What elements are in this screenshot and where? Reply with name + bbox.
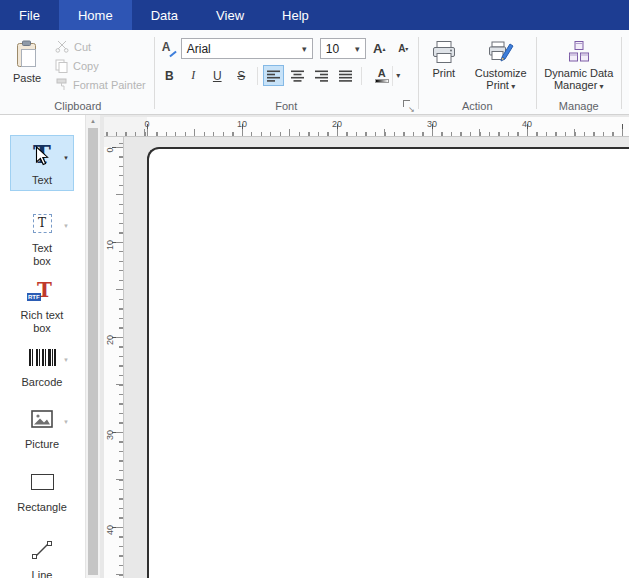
toolbox-scrollbar[interactable]: [85, 115, 100, 578]
action-group: Print Customize Print Action: [419, 32, 536, 114]
tool-label: Picture: [11, 438, 73, 451]
tool-barcode[interactable]: Barcode: [10, 337, 74, 393]
barcode-tool-icon: [29, 349, 56, 366]
tool-text-box[interactable]: Text box: [10, 203, 74, 272]
strikethrough-button[interactable]: S: [231, 65, 252, 86]
format-painter-label: Format Painter: [73, 79, 146, 91]
text-box-tool-icon: [33, 214, 52, 233]
align-center-icon: [291, 70, 304, 82]
align-left-button[interactable]: [263, 65, 284, 86]
chevron-down-icon[interactable]: [63, 414, 69, 426]
print-label: Print: [432, 67, 455, 79]
menubar: File Home Data View Help: [0, 0, 629, 30]
chevron-down-icon[interactable]: [63, 150, 69, 162]
horizontal-ruler: 0 10 20 30 40: [104, 117, 629, 137]
scrollbar-thumb[interactable]: [88, 128, 98, 575]
tab-home[interactable]: Home: [59, 0, 132, 30]
clipboard-group-label: Clipboard: [2, 100, 154, 112]
tab-view[interactable]: View: [197, 0, 263, 30]
shrink-font-button[interactable]: [393, 38, 414, 59]
ruler-number: 30: [421, 119, 443, 129]
font-effects-button[interactable]: [159, 39, 178, 58]
paste-button[interactable]: Paste: [6, 35, 48, 94]
chevron-down-icon[interactable]: [392, 66, 404, 86]
tool-text[interactable]: Text: [10, 135, 74, 191]
align-center-button[interactable]: [287, 65, 308, 86]
font-color-letter: A: [378, 68, 386, 79]
ruler-number: 20: [105, 330, 119, 350]
toolbox-panel: Text Text box Rich text box: [0, 115, 100, 578]
tool-rich-text-box[interactable]: Rich text box: [10, 270, 74, 339]
tab-file[interactable]: File: [0, 0, 59, 30]
italic-button[interactable]: I: [183, 65, 204, 86]
font-size-value: 10: [326, 42, 339, 56]
grow-font-button[interactable]: [369, 38, 390, 59]
mini-separator: [361, 67, 362, 85]
tab-data[interactable]: Data: [132, 0, 197, 30]
tool-label: Text: [11, 174, 73, 187]
format-painter-button[interactable]: Format Painter: [51, 75, 150, 94]
ruler-ticks: [104, 137, 123, 578]
align-left-icon: [267, 70, 280, 82]
design-canvas[interactable]: [147, 147, 629, 578]
clipboard-group: Paste Cut Cop: [2, 32, 154, 114]
tool-label: Rich text: [11, 309, 73, 322]
tool-picture[interactable]: Picture: [10, 399, 74, 455]
workspace: 0 10 20 30 40 0 10 20 30 40: [100, 115, 629, 578]
ruler-number: 30: [105, 425, 119, 445]
bold-button[interactable]: B: [159, 65, 180, 86]
chevron-down-icon: [297, 39, 312, 58]
font-dialog-launcher[interactable]: [403, 100, 414, 111]
printer-icon: [431, 40, 457, 64]
print-button[interactable]: Print: [423, 35, 465, 82]
data-cubes-icon: [566, 40, 592, 64]
manage-group: Dynamic Data Manager Manage: [537, 32, 621, 114]
customize-print-button[interactable]: Customize Print: [470, 35, 532, 96]
font-size-combobox[interactable]: 10: [320, 38, 366, 59]
picture-tool-icon: [31, 410, 53, 428]
font-color-button[interactable]: A: [371, 65, 405, 87]
tab-help[interactable]: Help: [263, 0, 328, 30]
scrollbar-up-icon[interactable]: [86, 115, 100, 127]
manage-group-label: Manage: [537, 100, 621, 112]
dynamic-data-manager-label: Dynamic Data Manager: [544, 67, 614, 93]
chevron-down-icon: [350, 39, 365, 58]
copy-button[interactable]: Copy: [51, 56, 150, 75]
font-color-bar: [375, 79, 389, 83]
cut-button[interactable]: Cut: [51, 37, 150, 56]
align-justify-button[interactable]: [335, 65, 356, 86]
align-justify-icon: [339, 70, 352, 82]
ruler-ticks: [104, 117, 629, 136]
chevron-down-icon[interactable]: [63, 352, 69, 364]
font-group-label: Font: [155, 100, 418, 112]
vertical-ruler: 0 10 20 30 40: [104, 137, 124, 578]
line-tool-icon: [31, 539, 53, 561]
align-right-button[interactable]: [311, 65, 332, 86]
ruler-number: 10: [231, 119, 253, 129]
dynamic-data-manager-button[interactable]: Dynamic Data Manager: [541, 35, 617, 96]
underline-button[interactable]: U: [207, 65, 228, 86]
chevron-down-icon[interactable]: [63, 218, 69, 230]
font-family-value: Arial: [187, 42, 211, 56]
tool-rectangle[interactable]: Rectangle: [10, 462, 74, 518]
copy-label: Copy: [73, 60, 99, 72]
copy-icon: [55, 59, 68, 73]
ruler-number: 20: [326, 119, 348, 129]
format-painter-icon: [55, 78, 68, 91]
font-family-combobox[interactable]: Arial: [181, 38, 313, 59]
paste-icon: [14, 40, 40, 69]
customize-print-icon: [488, 40, 514, 64]
tool-label: Barcode: [11, 376, 73, 389]
customize-print-label: Customize Print: [473, 67, 529, 93]
text-tool-icon: [33, 142, 51, 168]
rectangle-tool-icon: [31, 474, 54, 490]
ruler-number: 10: [105, 235, 119, 255]
tool-label: Line: [11, 569, 73, 578]
main-area: Text Text box Rich text box: [0, 115, 629, 578]
rich-text-tool-icon: [31, 278, 53, 302]
action-group-label: Action: [419, 100, 536, 112]
tool-label: Rectangle: [11, 501, 73, 514]
tool-line[interactable]: Line: [10, 530, 74, 578]
ribbon: Paste Cut Cop: [0, 30, 629, 115]
tool-label: box: [11, 322, 73, 335]
